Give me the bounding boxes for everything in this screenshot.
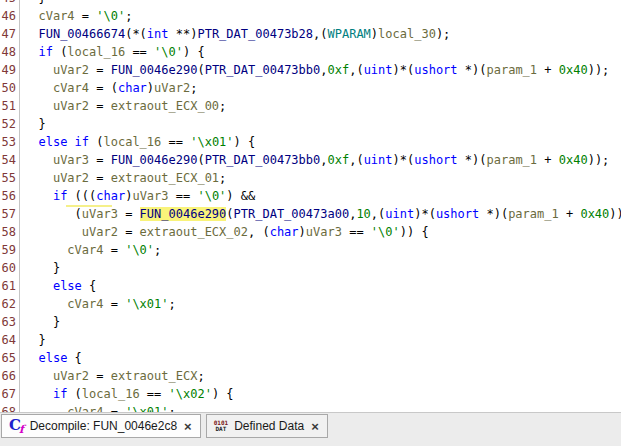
code-line[interactable]: 45 } [0,0,621,7]
code-token[interactable]: 0x40 [580,207,609,221]
code-token[interactable]: uVar3 [53,153,89,167]
code-token[interactable]: '\x02' [169,387,212,401]
code-token[interactable]: uVar3 [82,207,118,221]
code-token[interactable]: PTR_DAT_00473bb0 [205,153,321,167]
code-token[interactable]: extraout_ECX [111,369,198,383]
tab-decompile[interactable]: Cf Decompile: FUN_0046e2c8 × [1,414,201,438]
code-token[interactable]: param_1 [508,207,559,221]
code-token[interactable]: if [53,387,67,401]
code-token[interactable]: extraout_ECX_00 [111,99,219,113]
code-line[interactable]: 59 cVar4 = '\0'; [0,241,621,259]
code-line[interactable]: 64 } [0,331,621,349]
code-line[interactable]: 57 (uVar3 = FUN_0046e290(PTR_DAT_00473a0… [0,205,621,223]
code-line[interactable]: 63 } [0,313,621,331]
code-token[interactable]: uVar2 [53,171,89,185]
code-line[interactable]: 48 if (local_16 == '\0') { [0,43,621,61]
code-token[interactable]: '\x01' [125,297,168,311]
code-token[interactable]: uint [364,153,393,167]
code-token[interactable]: if [53,189,67,203]
code-token[interactable]: if [38,45,52,59]
close-icon[interactable]: × [311,420,319,433]
code-line[interactable]: 61 else { [0,277,621,295]
tab-defined-data[interactable]: 0101 DAT Defined Data × [206,414,328,438]
code-token[interactable]: 0xf [327,63,349,77]
code-token[interactable]: uVar2 [53,63,89,77]
highlighted-token[interactable]: FUN_0046e290 [140,207,227,221]
code-line[interactable]: 60 } [0,259,621,277]
code-token[interactable]: else [38,351,67,365]
code-token[interactable]: '\x01' [125,405,168,412]
code-token[interactable]: local_16 [67,45,125,59]
code-token[interactable]: uint [364,63,393,77]
code-token[interactable]: FUN_0046e290 [111,153,198,167]
code-token[interactable]: uVar2 [82,225,118,239]
code-line[interactable]: 68 cVar4 = '\x01'; [0,403,621,412]
code-line[interactable]: 47 FUN_00466674(*(int **)PTR_DAT_00473b2… [0,25,621,43]
code-line[interactable]: 65 else { [0,349,621,367]
code-line[interactable]: 66 uVar2 = extraout_ECX; [0,367,621,385]
code-token[interactable]: ushort [436,207,479,221]
code-token[interactable]: cVar4 [67,405,103,412]
code-text: } [20,115,46,133]
code-token[interactable]: else [53,279,82,293]
code-line[interactable]: 62 cVar4 = '\x01'; [0,295,621,313]
code-line[interactable]: 67 if (local_16 == '\x02') { [0,385,621,403]
code-token[interactable]: uint [385,207,414,221]
code-token[interactable]: char [96,189,125,203]
code-token[interactable]: param_1 [486,63,537,77]
code-token[interactable]: PTR_DAT_00473b28 [197,27,313,41]
code-line[interactable]: 55 uVar2 = extraout_ECX_01; [0,169,621,187]
code-token[interactable]: '\x01' [190,135,233,149]
code-token[interactable]: FUN_00466674 [38,27,125,41]
code-line[interactable]: 49 uVar2 = FUN_0046e290(PTR_DAT_00473bb0… [0,61,621,79]
code-token[interactable]: '\0' [154,45,183,59]
code-token[interactable]: WPARAM [327,27,370,41]
code-token[interactable]: else [38,135,67,149]
code-token[interactable]: uVar3 [306,225,342,239]
code-line[interactable]: 51 uVar2 = extraout_ECX_00; [0,97,621,115]
code-token[interactable]: PTR_DAT_00473bb0 [205,63,321,77]
code-token [67,135,74,149]
code-line[interactable]: 56 if (((char)uVar3 == '\0') && [0,187,621,205]
code-token[interactable]: local_30 [378,27,436,41]
code-token[interactable]: cVar4 [67,243,103,257]
code-token: ( [89,135,103,149]
code-token[interactable]: extraout_ECX_01 [111,171,219,185]
code-token[interactable]: uVar2 [53,99,89,113]
code-token[interactable]: '\0' [197,189,226,203]
code-line[interactable]: 54 uVar3 = FUN_0046e290(PTR_DAT_00473bb0… [0,151,621,169]
code-token[interactable]: ushort [414,153,457,167]
code-token[interactable]: cVar4 [67,297,103,311]
code-token[interactable]: local_16 [82,387,140,401]
code-text: if (((char)uVar3 == '\0') && [20,187,255,205]
code-token[interactable]: local_16 [104,135,162,149]
code-token[interactable]: if [75,135,89,149]
code-token[interactable]: '\0' [125,243,154,257]
code-token[interactable]: char [118,81,147,95]
code-token[interactable]: char [270,225,299,239]
code-token[interactable]: int [147,27,169,41]
code-token[interactable]: cVar4 [53,81,89,95]
code-line[interactable]: 58 uVar2 = extraout_ECX_02, (char)uVar3 … [0,223,621,241]
code-token[interactable]: uVar2 [154,81,190,95]
code-token[interactable]: extraout_ECX_02 [140,225,248,239]
code-token[interactable]: 0x40 [559,153,588,167]
code-token[interactable]: ushort [414,63,457,77]
code-token[interactable]: '\0' [371,225,400,239]
close-icon[interactable]: × [184,420,192,433]
code-token[interactable]: cVar4 [38,9,74,23]
code-token[interactable]: param_1 [486,153,537,167]
code-token[interactable]: 10 [356,207,370,221]
code-token[interactable]: uVar3 [132,189,168,203]
code-line[interactable]: 53 else if (local_16 == '\x01') { [0,133,621,151]
code-token[interactable]: PTR_DAT_00473a00 [234,207,350,221]
code-line[interactable]: 50 cVar4 = (char)uVar2; [0,79,621,97]
code-line[interactable]: 46 cVar4 = '\0'; [0,7,621,25]
code-token[interactable]: '\0' [96,9,125,23]
code-token: = [103,243,125,257]
code-token[interactable]: uVar2 [53,369,89,383]
code-token[interactable]: FUN_0046e290 [111,63,198,77]
code-token[interactable]: 0xf [327,153,349,167]
code-line[interactable]: 52 } [0,115,621,133]
code-token[interactable]: 0x40 [559,63,588,77]
